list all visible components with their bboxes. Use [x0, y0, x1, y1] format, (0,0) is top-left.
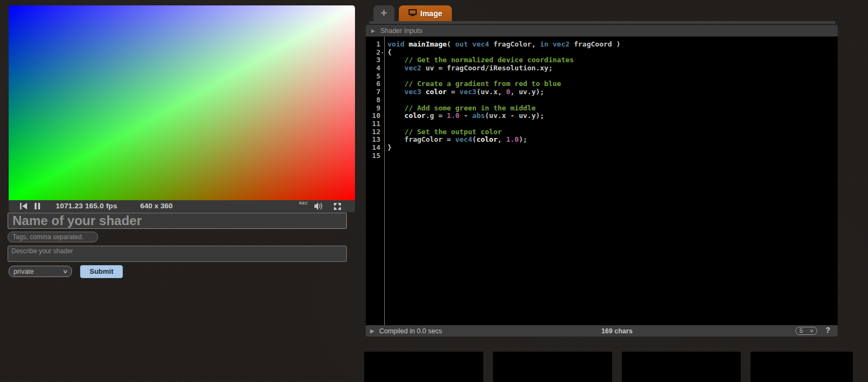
shader-thumbnail[interactable]	[622, 352, 741, 382]
shader-thumbnail[interactable]	[493, 352, 612, 382]
submit-button[interactable]: Submit	[80, 265, 123, 278]
shader-preview-canvas[interactable]	[9, 5, 355, 200]
code-editor[interactable]: 12▾3456789101112131415 void mainImage( o…	[366, 37, 838, 325]
pause-icon[interactable]	[34, 202, 41, 212]
tab-image-label: Image	[420, 9, 442, 18]
shader-inputs-toggle[interactable]: ▶ Shader Inputs	[366, 25, 838, 36]
code-line[interactable]: void mainImage( out vec4 fragColor, in v…	[387, 41, 838, 49]
record-button[interactable]: REC	[295, 201, 312, 205]
rewind-icon[interactable]	[20, 202, 28, 212]
code-line[interactable]	[387, 73, 838, 81]
fold-marker-icon[interactable]: ▾	[381, 49, 384, 57]
tags-input[interactable]	[8, 232, 98, 242]
font-size-select[interactable]: S ∨	[795, 327, 817, 335]
help-button[interactable]: ?	[825, 326, 830, 334]
code-line[interactable]: // Get the normalized device coordinates	[387, 56, 838, 64]
code-line[interactable]: {	[387, 49, 838, 57]
visibility-select[interactable]: private ∨	[9, 266, 72, 277]
chevron-down-icon: ∨	[62, 268, 68, 274]
font-size-value: S	[799, 328, 803, 334]
char-count: 169 chars	[601, 327, 633, 335]
new-tab-button[interactable]: +	[373, 5, 394, 21]
code-line[interactable]	[387, 152, 838, 160]
tab-image[interactable]: Image	[399, 5, 452, 21]
code-line[interactable]: vec3 color = vec3(uv.x, 0, uv.y);	[387, 88, 838, 96]
code-line[interactable]: // Create a gradient from red to blue	[387, 80, 838, 88]
editor-status-bar: ▶ Compiled in 0.0 secs 169 chars S ∨ ?	[366, 325, 838, 337]
code-line[interactable]: // Set the output color	[387, 128, 838, 136]
description-textarea[interactable]	[8, 246, 347, 262]
shader-name-input[interactable]	[8, 213, 347, 229]
compile-status: Compiled in 0.0 secs	[379, 327, 442, 335]
code-line[interactable]: vec2 uv = fragCoord/iResolution.xy;	[387, 64, 838, 73]
monitor-icon	[409, 9, 417, 18]
code-line[interactable]	[387, 96, 838, 104]
visibility-value: private	[14, 268, 34, 275]
caret-right-icon[interactable]: ▶	[370, 328, 374, 334]
volume-icon[interactable]	[314, 202, 324, 212]
fps-counter: 1071.23 165.0 fps	[56, 202, 117, 210]
caret-right-icon: ▶	[371, 28, 375, 34]
tab-strip-divider	[369, 21, 836, 24]
record-label: REC	[295, 201, 312, 205]
code-line[interactable]	[387, 120, 838, 128]
shader-thumbnail[interactable]	[751, 352, 853, 382]
code-lines[interactable]: void mainImage( out vec4 fragColor, in v…	[385, 37, 838, 325]
fullscreen-icon[interactable]	[334, 202, 341, 212]
code-line[interactable]: fragColor = vec4(color, 1.0);	[387, 136, 838, 144]
shader-thumbnail[interactable]	[364, 352, 483, 382]
shader-inputs-label: Shader Inputs	[380, 27, 423, 35]
code-line[interactable]: // Add some green in the middle	[387, 104, 838, 113]
chevron-down-icon: ∨	[810, 328, 814, 333]
resolution-label: 640 x 360	[140, 202, 173, 210]
line-numbers: 12▾3456789101112131415	[366, 37, 385, 325]
player-bar: 1071.23 165.0 fps 640 x 360 REC	[9, 200, 355, 212]
code-line[interactable]: color.g = 1.0 - abs(uv.x - uv.y);	[387, 112, 838, 120]
code-line[interactable]: }	[387, 144, 838, 152]
